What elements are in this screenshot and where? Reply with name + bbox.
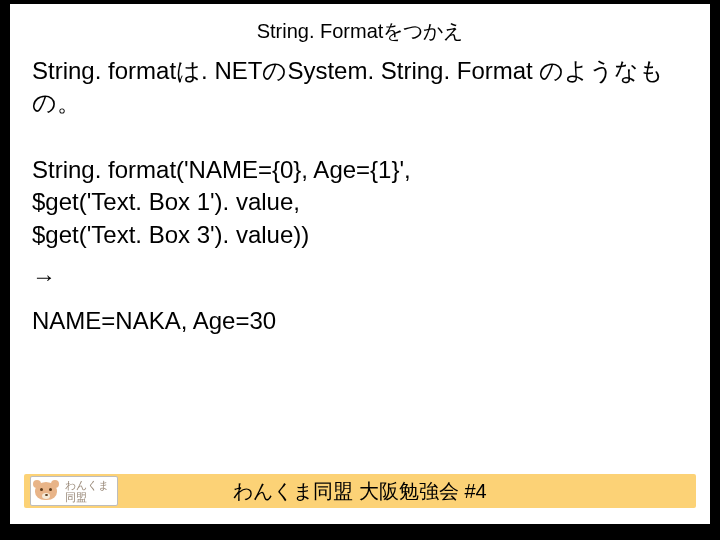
description-paragraph: String. formatは. NETのSystem. String. For… — [32, 55, 688, 120]
slide-body: String. formatは. NETのSystem. String. For… — [10, 55, 710, 524]
code-line: $get('Text. Box 1'). value, — [32, 186, 688, 218]
logo-text: わんくま 同盟 — [65, 479, 109, 503]
logo-badge: わんくま 同盟 — [30, 476, 118, 506]
logo-text-line: 同盟 — [65, 491, 109, 503]
slide-title: String. Formatをつかえ — [10, 4, 710, 55]
result-line: NAME=NAKA, Age=30 — [32, 305, 688, 337]
footer: わんくま 同盟 わんくま同盟 大阪勉強会 #4 — [10, 468, 710, 514]
bear-icon — [33, 480, 59, 502]
code-line: String. format('NAME={0}, Age={1}', — [32, 154, 688, 186]
code-block: String. format('NAME={0}, Age={1}', $get… — [32, 154, 688, 251]
arrow-symbol: → — [32, 261, 688, 293]
logo-text-line: わんくま — [65, 479, 109, 491]
slide: String. Formatをつかえ String. formatは. NETの… — [10, 4, 710, 524]
code-line: $get('Text. Box 3'). value)) — [32, 219, 688, 251]
